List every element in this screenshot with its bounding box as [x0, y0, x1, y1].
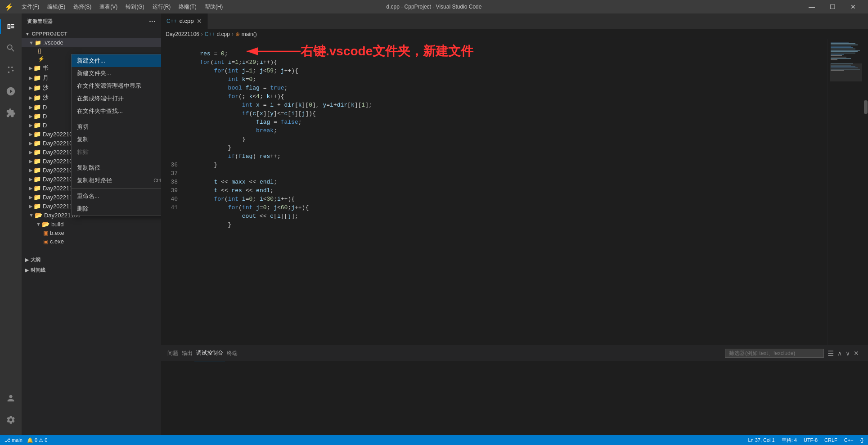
tree-folder-label: D — [43, 122, 47, 129]
status-errors[interactable]: 🔔 0 ⚠ 0 — [27, 437, 47, 443]
context-menu-reveal[interactable]: 在文件资源管理器中显示 Shift+Alt+R — [72, 80, 161, 92]
sidebar-header: 资源管理器 ··· — [22, 13, 161, 29]
vscode-folder-icon: 📁 — [35, 40, 41, 46]
tree-item-bexe[interactable]: ▣ b.exe — [22, 229, 161, 237]
breadcrumb-function[interactable]: main() — [242, 31, 257, 37]
status-bar-left: ⎇ main 🔔 0 ⚠ 0 — [4, 437, 47, 443]
breadcrumb-file[interactable]: d.cpp — [216, 31, 229, 37]
timeline-section[interactable]: ▶ 时间线 — [22, 265, 161, 275]
status-line-ending[interactable]: CRLF — [824, 437, 837, 443]
breadcrumb-day[interactable]: Day20221106 — [166, 31, 199, 37]
close-button[interactable]: ✕ — [843, 0, 864, 13]
panel-tab-terminal[interactable]: 终端 — [225, 346, 239, 361]
svg-rect-4 — [831, 45, 858, 45]
menu-select[interactable]: 选择(S) — [70, 2, 95, 12]
context-menu-cut[interactable]: 剪切 Ctrl+X — [72, 121, 161, 133]
status-encoding[interactable]: UTF-8 — [804, 437, 818, 443]
panel-close-icon[interactable]: ✕ — [854, 350, 859, 357]
menu-view[interactable]: 查看(V) — [96, 2, 121, 12]
panel-tabs: 问题 输出 调试控制台 终端 ☰ ∧ ∨ ✕ — [161, 346, 868, 361]
context-menu-new-file[interactable]: 新建文件... — [72, 54, 161, 67]
exe-icon: ▣ — [43, 230, 48, 236]
sidebar: 资源管理器 ··· ▼ CPPPROJECT ▼ 📁 .vscode {} ⚡ — [22, 13, 161, 435]
sidebar-more-button[interactable]: ··· — [149, 18, 156, 26]
context-menu-copy[interactable]: 复制 Ctrl+C — [72, 133, 161, 146]
vscode-logo-icon: ⚡ — [4, 3, 13, 11]
scroll-thumb[interactable] — [864, 100, 868, 114]
menu-terminal[interactable]: 终端(T) — [175, 2, 200, 12]
tree-folder-label: build — [51, 221, 63, 228]
context-menu-new-folder[interactable]: 新建文件夹... — [72, 67, 161, 80]
activity-bar-extensions[interactable] — [0, 102, 22, 124]
editor-area: C++ d.cpp ✕ Day20221106 › C++ d.cpp › ⊕ … — [161, 13, 868, 435]
chevron-right-icon: ▶ — [29, 131, 32, 137]
title-bar: ⚡ 文件(F) 编辑(E) 选择(S) 查看(V) 转到(G) 运行(R) 终端… — [0, 0, 868, 13]
panel-tab-problems[interactable]: 问题 — [166, 346, 180, 361]
chevron-right-icon: ▶ — [25, 268, 29, 273]
tree-folder-label: 书 — [43, 64, 49, 72]
tree-folder-label: 沙 — [43, 84, 49, 92]
panel-tab-output[interactable]: 输出 — [180, 346, 194, 361]
code-editor[interactable]: 36 37 38 39 40 41 res = 0; for(int i=1;i… — [161, 39, 828, 345]
timeline-label: 时间线 — [31, 267, 45, 274]
tab-close-button[interactable]: ✕ — [197, 18, 202, 25]
vertical-scrollbar[interactable] — [864, 39, 868, 345]
outline-section[interactable]: ▶ 大纲 — [22, 255, 161, 265]
chevron-right-icon: ▶ — [29, 194, 32, 200]
menu-edit[interactable]: 编辑(E) — [44, 2, 69, 12]
maximize-button[interactable]: ☐ — [822, 0, 843, 13]
status-language[interactable]: C++ — [844, 437, 854, 443]
activity-bar-run[interactable] — [0, 81, 22, 102]
folder-icon: 📁 — [33, 139, 41, 147]
status-format[interactable]: {} — [860, 437, 864, 443]
svg-rect-3 — [831, 43, 855, 44]
minimap — [828, 39, 864, 345]
chevron-right-icon: ▶ — [29, 167, 32, 173]
panel-list-icon[interactable]: ☰ — [828, 349, 834, 358]
code-content[interactable]: res = 0; for(int i=1;i<29;i++){ for(int … — [181, 39, 828, 345]
tree-folder-label: D — [43, 113, 47, 120]
panel-filter-input[interactable] — [725, 349, 824, 358]
panel-next-icon[interactable]: ∨ — [846, 350, 850, 357]
minimize-button[interactable]: — — [801, 0, 822, 13]
menu-help[interactable]: 帮助(H) — [201, 2, 227, 12]
find-folder-label: 在文件夹中查找... — [77, 107, 123, 115]
activity-bar-source-control[interactable] — [0, 59, 22, 81]
menu-file[interactable]: 文件(F) — [18, 2, 43, 12]
separator-3 — [72, 188, 161, 189]
activity-bar-settings[interactable] — [0, 409, 22, 431]
context-menu-copy-relative-path[interactable]: 复制相对路径 Ctrl+K Ctrl+Shift+C — [72, 174, 161, 187]
tab-dcpp[interactable]: C++ d.cpp ✕ — [161, 13, 208, 29]
panel-tab-debug-console[interactable]: 调试控制台 — [194, 346, 225, 361]
context-menu-find-in-folder[interactable]: 在文件夹中查找... Shift+Alt+F — [72, 105, 161, 117]
chevron-right-icon: ▶ — [29, 113, 32, 119]
project-header[interactable]: ▼ CPPPROJECT — [22, 29, 161, 38]
folder-open-icon: 📂 — [35, 211, 42, 219]
svg-rect-10 — [831, 53, 855, 54]
svg-rect-8 — [831, 50, 860, 51]
menu-run[interactable]: 运行(R) — [149, 2, 175, 12]
activity-bar-search[interactable] — [0, 37, 22, 59]
menu-goto[interactable]: 转到(G) — [122, 2, 148, 12]
status-line-col[interactable]: Ln 37, Col 1 — [748, 437, 774, 443]
svg-rect-7 — [831, 49, 855, 49]
context-menu-rename[interactable]: 重命名... F2 — [72, 190, 161, 202]
tree-item-cexe[interactable]: ▣ c.exe — [22, 237, 161, 246]
panel-prev-icon[interactable]: ∧ — [837, 350, 842, 357]
folder-icon: 📁 — [33, 148, 41, 156]
tree-item-build[interactable]: ▼ 📂 build — [22, 220, 161, 229]
activity-bar-explorer[interactable] — [0, 16, 22, 37]
json-icon: {} — [38, 48, 41, 54]
svg-rect-6 — [831, 47, 853, 48]
status-branch[interactable]: ⎇ main — [4, 437, 22, 443]
minimap-svg — [830, 41, 862, 198]
tree-item-vscode[interactable]: ▼ 📁 .vscode — [22, 38, 161, 47]
status-spaces[interactable]: 空格: 4 — [782, 437, 797, 444]
activity-bar-account[interactable] — [0, 387, 22, 409]
context-menu-copy-path[interactable]: 复制路径 Shift+Alt+C — [72, 162, 161, 174]
context-menu-delete[interactable]: 删除 Delete — [72, 202, 161, 215]
folder-icon: 📁 — [33, 202, 41, 210]
chevron-right-icon: ▶ — [29, 122, 32, 128]
new-folder-label: 新建文件夹... — [77, 69, 111, 77]
context-menu-open-terminal[interactable]: 在集成终端中打开 — [72, 92, 161, 105]
